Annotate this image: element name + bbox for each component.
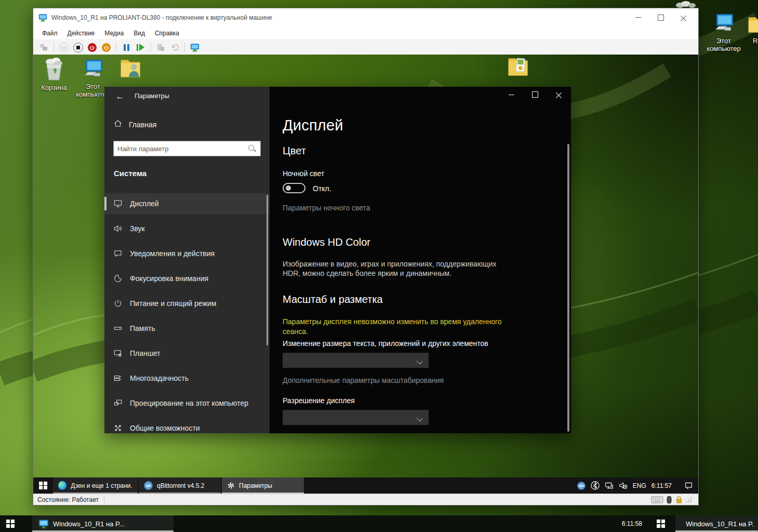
advanced-scaling-link[interactable]: Дополнительные параметры масштабирования xyxy=(283,376,444,384)
sidebar-item-label: Дисплей xyxy=(130,200,159,208)
action-center-icon[interactable] xyxy=(684,481,693,490)
search-input[interactable] xyxy=(114,144,248,153)
settings-search-box[interactable] xyxy=(113,141,261,156)
content-scrollbar[interactable] xyxy=(567,144,569,432)
vm-system-tray: qb ENG 6:11:57 xyxy=(577,477,698,494)
sidebar-item-sound[interactable]: Звук xyxy=(104,218,270,239)
start-vm-button[interactable] xyxy=(59,42,69,52)
host-desktop-icon-this-pc[interactable]: Этот компьютер xyxy=(701,11,746,53)
vm-window-titlebar[interactable]: Windows_10_R1 на PROLIANT-DL380 - подклю… xyxy=(33,8,698,26)
night-light-settings-link[interactable]: Параметры ночного света xyxy=(283,204,370,212)
host-clock[interactable]: 6:11:58 xyxy=(622,515,650,532)
windows-logo-icon xyxy=(6,520,15,528)
home-icon xyxy=(113,119,123,128)
vm-clock[interactable]: 6:11:57 xyxy=(651,482,672,489)
revert-button[interactable] xyxy=(169,42,180,52)
host-recycle-bin-icon[interactable] xyxy=(674,1,699,8)
vm-taskbar: Дзен и еще 1 страни... qb qBittorrent v4… xyxy=(33,477,698,494)
vm-task-settings[interactable]: Параметры xyxy=(222,477,304,494)
pictures-folder-icon xyxy=(507,55,530,78)
menu-file[interactable]: Файл xyxy=(42,30,58,37)
vm-menubar: Файл Действие Медиа Вид Справка xyxy=(33,26,698,39)
menu-action[interactable]: Действие xyxy=(68,30,95,37)
user-folder-icon xyxy=(119,56,143,80)
sidebar-item-storage[interactable]: Память xyxy=(104,318,270,339)
vm-task-qbittorrent[interactable]: qb qBittorrent v4.5.2 xyxy=(139,477,221,494)
settings-window: ← Параметры Главная Система Дисплей З xyxy=(104,87,571,433)
vm-screen: Корзина Этот компьютер xyxy=(33,55,698,494)
sidebar-item-projecting[interactable]: Проецирование на этот компьютер xyxy=(104,393,270,414)
sidebar-section-title: Система xyxy=(114,169,147,178)
sidebar-item-notifications[interactable]: Уведомления и действия xyxy=(104,243,270,264)
sidebar-item-label: Память xyxy=(130,324,155,332)
host-start-button[interactable] xyxy=(0,515,21,532)
display-icon xyxy=(113,199,123,208)
vm-maximize-button[interactable] xyxy=(649,11,672,24)
settings-maximize-button[interactable] xyxy=(523,87,547,102)
sidebar-item-tablet[interactable]: Планшет xyxy=(104,343,270,364)
shut-down-guest-button[interactable] xyxy=(87,42,97,52)
host-start-button-monitor2[interactable] xyxy=(650,515,671,532)
language-indicator[interactable]: ENG xyxy=(633,482,646,489)
settings-app-title: Параметры xyxy=(135,92,169,100)
settings-minimize-button[interactable] xyxy=(499,87,523,102)
vm-recycle-bin-label: Корзина xyxy=(41,84,67,91)
menu-media[interactable]: Медиа xyxy=(104,30,124,37)
vm-minimize-button[interactable] xyxy=(627,11,649,24)
revert-icon xyxy=(170,44,179,51)
edge-icon xyxy=(58,481,67,490)
vm-close-button[interactable] xyxy=(672,11,695,24)
toolbar-separator xyxy=(184,43,185,52)
sidebar-item-label: Питание и спящий режим xyxy=(130,299,216,308)
multitasking-icon xyxy=(113,374,123,383)
host-desktop-icon-folder[interactable]: Ror xyxy=(747,14,758,45)
menu-view[interactable]: Вид xyxy=(134,30,145,37)
scaling-dropdown[interactable] xyxy=(283,353,429,368)
sidebar-item-home[interactable]: Главная xyxy=(129,121,156,129)
resize-grip[interactable] xyxy=(686,497,692,502)
close-icon xyxy=(556,91,562,98)
sidebar-item-label: Звук xyxy=(130,224,145,233)
resolution-dropdown[interactable] xyxy=(283,410,429,425)
night-light-toggle[interactable] xyxy=(283,183,305,193)
save-vm-button[interactable] xyxy=(101,42,111,52)
qbittorrent-tray-icon[interactable]: qb xyxy=(577,482,586,490)
vm-task-edge[interactable]: Дзен и еще 1 страни... xyxy=(53,477,138,494)
toggle-knob xyxy=(286,185,291,191)
host-task-vmconnect-monitor2[interactable]: Windows_10_R1 на P. xyxy=(675,515,758,532)
task-label: Дзен и еще 1 страни... xyxy=(71,482,132,489)
turn-off-vm-button[interactable] xyxy=(73,42,83,52)
sidebar-item-power[interactable]: Питание и спящий режим xyxy=(104,293,270,314)
close-icon xyxy=(681,15,687,21)
vm-start-button[interactable] xyxy=(33,477,53,494)
toolbar-separator xyxy=(116,43,116,52)
ctrl-alt-del-button[interactable] xyxy=(38,42,49,52)
bluetooth-icon[interactable] xyxy=(591,481,600,490)
settings-close-button[interactable] xyxy=(547,87,571,102)
vm-desktop-icon-pictures-folder[interactable] xyxy=(502,55,535,78)
scaling-label: Изменение размера текста, приложений и д… xyxy=(283,339,488,348)
qbittorrent-icon: qb xyxy=(144,481,153,490)
host-folder-label: Ror xyxy=(747,37,758,45)
pause-vm-button[interactable] xyxy=(121,42,131,52)
sidebar-item-shared-experiences[interactable]: Общие возможности xyxy=(104,418,270,438)
power-icon xyxy=(113,299,123,308)
network-icon[interactable] xyxy=(605,481,614,490)
enhanced-session-button[interactable] xyxy=(190,42,200,52)
menu-help[interactable]: Справка xyxy=(155,30,179,37)
sidebar-item-focus-assist[interactable]: Фокусировка внимания xyxy=(104,268,270,289)
host-task-vmconnect[interactable]: Windows_10_R1 на P... xyxy=(32,515,174,532)
sidebar-item-display[interactable]: Дисплей xyxy=(104,193,270,214)
volume-muted-icon[interactable] xyxy=(619,481,628,490)
folder-icon xyxy=(747,14,758,35)
checkpoint-button[interactable] xyxy=(155,42,166,52)
vm-desktop-icon-user-folder[interactable] xyxy=(114,56,148,80)
settings-content: Дисплей Цвет Ночной свет Откл. Параметры… xyxy=(270,87,571,433)
lock-status-icon xyxy=(675,496,683,504)
back-button[interactable]: ← xyxy=(112,90,128,103)
search-icon[interactable] xyxy=(248,144,256,153)
sidebar-item-multitasking[interactable]: Многозадачность xyxy=(104,368,270,389)
sidebar-scrollbar[interactable] xyxy=(267,195,268,345)
vm-desktop-icon-recycle-bin[interactable]: Корзина xyxy=(37,57,71,91)
resume-vm-button[interactable] xyxy=(135,42,145,52)
